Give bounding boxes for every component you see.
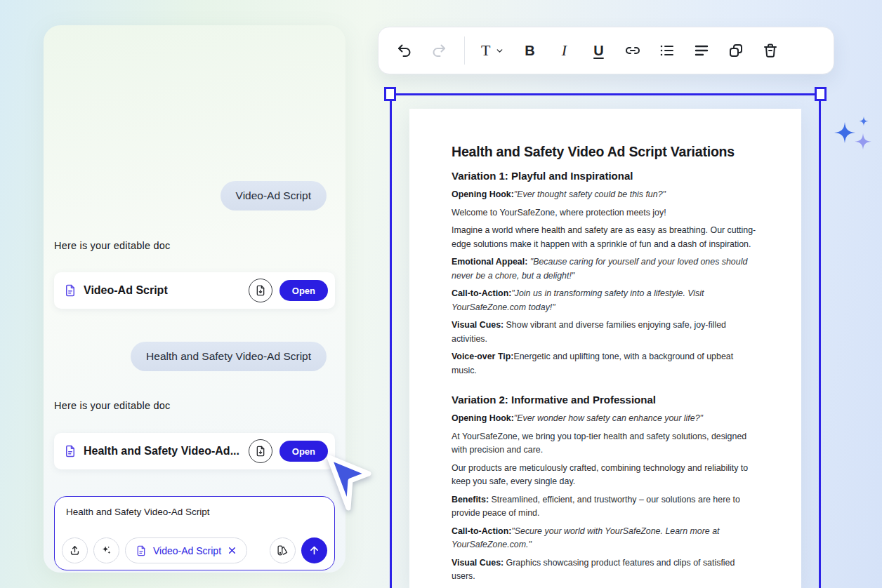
doc-card-title: Video-Ad Script: [84, 284, 242, 297]
doc-paragraph: Call-to-Action:"Secure your world with Y…: [452, 525, 759, 552]
copy-button[interactable]: [727, 38, 745, 63]
cursor-pointer: [320, 451, 380, 516]
delete-button[interactable]: [761, 38, 779, 63]
underline-icon: U: [593, 44, 603, 58]
toolbar-divider: [464, 36, 465, 65]
copy-icon: [728, 42, 744, 59]
doc-card-title: Health and Safety Video-Ad...: [84, 445, 242, 457]
section-heading: Variation 1: Playful and Inspirational: [452, 170, 759, 182]
user-message-bubble: Video-Ad Script: [220, 181, 327, 211]
doc-paragraph: Opening Hook:"Ever wonder how safety can…: [452, 412, 759, 426]
composer: Health and Safety Video-Ad Script: [54, 496, 335, 570]
attachment-chip[interactable]: Video-Ad Script: [125, 537, 247, 563]
sparkle-medium-icon: [855, 133, 871, 150]
assistant-reply-text: Here is your editable doc: [54, 400, 170, 411]
doc-paragraph: Our products are meticulously crafted, c…: [452, 462, 759, 489]
selection-frame-left: [390, 93, 392, 588]
doc-paragraph: Visual Cues: Graphics showcasing product…: [452, 556, 759, 584]
sparkle-large-icon: [834, 122, 855, 143]
upload-icon: [69, 544, 81, 556]
file-download-icon: [255, 285, 266, 296]
doc-paragraph: Visual Cues: Show vibrant and diverse fa…: [452, 319, 759, 346]
bullet-list-icon: [659, 42, 676, 59]
remove-attachment-icon[interactable]: [228, 546, 237, 555]
document-page[interactable]: Health and Safety Video Ad Script Variat…: [409, 109, 801, 588]
resize-handle-top-right[interactable]: [815, 87, 827, 101]
redo-icon: [430, 42, 447, 59]
section-heading: Variation 2: Informative and Professiona…: [452, 394, 759, 406]
attachment-label: Video-Ad Script: [153, 545, 221, 556]
redo-button[interactable]: [430, 38, 448, 63]
sparkles-icon: [100, 544, 112, 556]
chevron-down-icon: [495, 46, 504, 55]
editor-toolbar: T B I U: [378, 27, 834, 74]
selection-frame-right: [819, 93, 821, 588]
doc-paragraph: At YourSafeZone, we bring you top-tier h…: [452, 430, 759, 457]
doc-paragraph: Welcome to YourSafeZone, where protectio…: [452, 206, 759, 220]
send-button[interactable]: [301, 537, 327, 563]
doc-paragraph: Voice-over Tip:Energetic and uplifting t…: [452, 350, 759, 377]
open-doc-button[interactable]: Open: [279, 280, 328, 301]
align-button[interactable]: [692, 38, 711, 63]
bold-icon: B: [525, 44, 534, 58]
italic-button[interactable]: I: [555, 38, 573, 63]
document-icon: [136, 545, 147, 556]
text-style-icon: T: [481, 43, 490, 58]
link-button[interactable]: [624, 38, 642, 63]
doc-paragraph: Benefits: Streamlined, efficient, and tr…: [452, 493, 759, 521]
assistant-reply-text: Here is your editable doc: [54, 240, 170, 251]
templates-button[interactable]: [270, 537, 296, 563]
upload-button[interactable]: [62, 537, 88, 563]
text-style-dropdown[interactable]: T: [481, 38, 504, 63]
doc-title: Health and Safety Video Ad Script Variat…: [452, 144, 759, 160]
document-icon: [64, 284, 77, 297]
link-icon: [624, 42, 641, 59]
app-canvas: Video-Ad Script Here is your editable do…: [0, 0, 882, 588]
resize-handle-top-left[interactable]: [384, 87, 396, 101]
doc-paragraph: Opening Hook:"Ever thought safety could …: [452, 188, 759, 202]
send-arrow-icon: [308, 544, 320, 556]
doc-paragraph: Imagine a world where health and safety …: [452, 224, 759, 251]
download-doc-button[interactable]: [249, 439, 272, 463]
trash-icon: [762, 42, 779, 59]
align-left-icon: [693, 42, 710, 59]
document-icon: [64, 445, 77, 457]
ai-sparkles-decoration: [833, 114, 876, 159]
composer-actions: Video-Ad Script: [62, 537, 327, 563]
composer-input[interactable]: Health and Safety Video-Ad Script: [55, 497, 334, 517]
undo-button[interactable]: [395, 38, 414, 63]
document-sections: Variation 1: Playful and InspirationalOp…: [452, 170, 759, 588]
file-download-icon: [255, 446, 266, 457]
doc-card: Health and Safety Video-Ad... Open: [54, 433, 335, 469]
undo-icon: [396, 42, 413, 59]
download-doc-button[interactable]: [249, 279, 272, 302]
selection-frame-top: [390, 93, 821, 95]
doc-paragraph: Call-to-Action:"Join us in transforming …: [452, 287, 759, 314]
doc-paragraph: Emotional Appeal: "Because caring for yo…: [452, 255, 759, 283]
italic-icon: I: [562, 43, 567, 58]
swatchbook-icon: [277, 544, 289, 556]
underline-button[interactable]: U: [589, 38, 607, 63]
bullet-list-button[interactable]: [658, 38, 676, 63]
sparkle-small-icon: [859, 116, 868, 126]
user-message-bubble: Health and Safety Video-Ad Script: [131, 342, 327, 371]
doc-card: Video-Ad Script Open: [54, 272, 335, 309]
chat-panel: Video-Ad Script Here is your editable do…: [44, 25, 345, 573]
ai-sparkles-button[interactable]: [93, 537, 119, 563]
bold-button[interactable]: B: [520, 38, 539, 63]
